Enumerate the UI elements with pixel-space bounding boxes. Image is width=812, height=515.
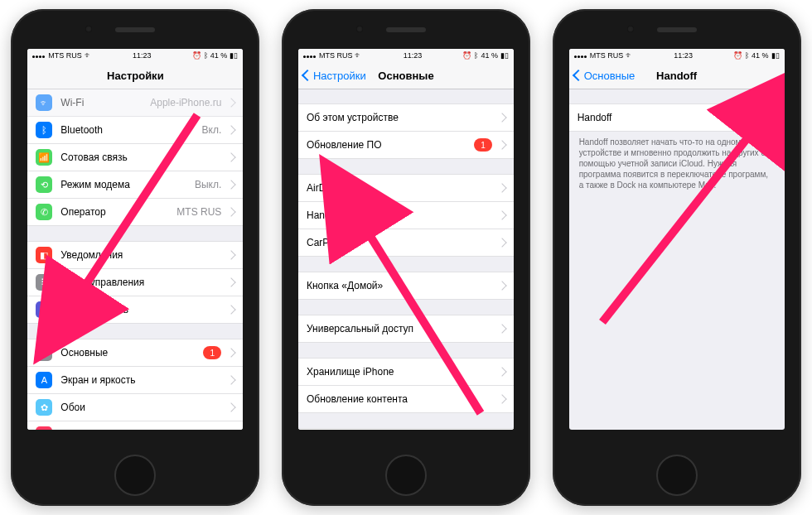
cell-wallpaper[interactable]: ✿Обои	[27, 394, 243, 421]
wifi-icon: ᯤ	[36, 94, 52, 111]
speaker-slot	[386, 27, 426, 32]
battery-label: 41 %	[752, 51, 769, 60]
cell-handoff[interactable]: Handoff	[298, 202, 514, 229]
carrier-label: MTS RUS	[48, 51, 82, 60]
status-bar: MTS RUSᯤ 11:23 ⏰ᛒ41 %▮▯	[298, 49, 514, 62]
cell-about[interactable]: Об этом устройстве	[298, 103, 514, 132]
cell-general[interactable]: ⚙Основные1	[27, 339, 243, 367]
wifi-icon: ᯤ	[355, 51, 362, 60]
brightness-icon: A	[36, 372, 52, 388]
battery-label: 41 %	[210, 51, 228, 60]
group-general: ⚙Основные1 AЭкран и яркость ✿Обои ♪Звуки…	[27, 339, 243, 430]
page-title: Handoff	[656, 70, 697, 82]
wifi-icon: ᯤ	[626, 51, 633, 60]
cell-airdrop[interactable]: AirDrop	[298, 174, 514, 202]
battery-label: 41 %	[481, 51, 498, 60]
speaker-slot	[657, 27, 697, 32]
handoff-switch[interactable]	[745, 108, 776, 127]
bluetooth-icon: ᛒ	[36, 122, 52, 138]
home-button[interactable]	[114, 455, 156, 496]
cell-hotspot[interactable]: ⟲Режим модемаВыкл.	[27, 171, 243, 199]
group-storage: Хранилище iPhone Обновление контента	[298, 358, 514, 413]
camera-dot	[356, 26, 363, 32]
cell-cellular[interactable]: 📶Сотовая связь	[27, 144, 243, 171]
gear-icon: ⚙	[36, 344, 52, 361]
update-badge: 1	[203, 346, 221, 359]
alarm-icon: ⏰	[733, 51, 742, 60]
phone-frame-2: MTS RUSᯤ 11:23 ⏰ᛒ41 %▮▯ Настройки Основн…	[282, 9, 530, 506]
chevron-left-icon	[303, 70, 312, 82]
cell-background-refresh[interactable]: Обновление контента	[298, 386, 514, 413]
signal-icon	[32, 51, 46, 60]
clock: 11:23	[404, 51, 423, 60]
cell-handoff-toggle[interactable]: Handoff	[569, 103, 785, 132]
back-button[interactable]: Настройки	[303, 70, 366, 82]
camera-dot	[627, 26, 634, 32]
back-button[interactable]: Основные	[574, 70, 636, 82]
cell-sounds[interactable]: ♪Звуки, тактильные сигналы	[27, 421, 243, 430]
page-title: Настройки	[107, 70, 164, 82]
general-list[interactable]: Об этом устройстве Обновление ПО1 AirDro…	[298, 89, 514, 430]
carrier-label: MTS RUS	[319, 51, 353, 60]
bluetooth-icon: ᛒ	[204, 51, 208, 60]
clock: 11:23	[674, 51, 693, 60]
update-badge: 1	[474, 138, 492, 152]
handoff-description: Handoff позволяет начать что-то на одном…	[569, 132, 785, 190]
clock: 11:23	[133, 51, 152, 60]
home-button[interactable]	[385, 455, 427, 496]
chevron-left-icon	[574, 70, 582, 82]
speaker-slot	[115, 27, 155, 32]
cell-display[interactable]: AЭкран и яркость	[27, 367, 243, 394]
cell-carrier[interactable]: ✆ОператорMTS RUS	[27, 199, 243, 226]
status-bar: MTS RUSᯤ 11:23 ⏰ᛒ41 %▮▯	[569, 49, 785, 62]
phone-frame-3: MTS RUSᯤ 11:23 ⏰ᛒ41 %▮▯ Основные Handoff…	[553, 9, 801, 506]
bluetooth-icon: ᛒ	[474, 51, 478, 60]
signal-icon	[303, 51, 317, 60]
page-title: Основные	[378, 70, 433, 82]
cell-home-button[interactable]: Кнопка «Домой»	[298, 272, 514, 300]
carrier-label: MTS RUS	[590, 51, 624, 60]
cell-notifications[interactable]: ◧Уведомления	[27, 241, 243, 269]
cell-storage[interactable]: Хранилище iPhone	[298, 358, 514, 386]
screen-handoff: MTS RUSᯤ 11:23 ⏰ᛒ41 %▮▯ Основные Handoff…	[569, 49, 785, 430]
cell-restrictions[interactable]: ОграниченияВыкл.	[298, 428, 514, 430]
speaker-icon: ♪	[36, 426, 52, 430]
handoff-pane: Handoff Handoff позволяет начать что-то …	[569, 89, 785, 430]
link-icon: ⟲	[36, 176, 52, 193]
phone-icon: ✆	[36, 204, 52, 220]
screen-settings: MTS RUS ᯤ 11:23 ⏰ ᛒ 41 % ▮▯ Настройки ᯤW…	[27, 49, 243, 430]
navbar: Настройки Основные	[298, 62, 514, 89]
group-connectivity: ᯤWi-FiApple-iPhone.ru ᛒBluetoothВкл. 📶Со…	[27, 89, 243, 226]
navbar: Основные Handoff	[569, 62, 785, 89]
notification-icon: ◧	[36, 247, 52, 263]
camera-dot	[85, 26, 92, 32]
battery-icon: ▮▯	[230, 51, 238, 60]
cell-software-update[interactable]: Обновление ПО1	[298, 132, 514, 159]
switches-icon: ⠿	[36, 274, 52, 291]
alarm-icon: ⏰	[462, 51, 471, 60]
screen-general: MTS RUSᯤ 11:23 ⏰ᛒ41 %▮▯ Настройки Основн…	[298, 49, 514, 430]
phone-frame-1: MTS RUS ᯤ 11:23 ⏰ ᛒ 41 % ▮▯ Настройки ᯤW…	[11, 9, 259, 506]
cell-control-center[interactable]: ⠿Пункт управления	[27, 269, 243, 296]
group-notifications: ◧Уведомления ⠿Пункт управления ☾Не беспо…	[27, 241, 243, 324]
bluetooth-icon: ᛒ	[745, 51, 749, 60]
home-button[interactable]	[656, 455, 698, 496]
cell-bluetooth[interactable]: ᛒBluetoothВкл.	[27, 117, 243, 144]
battery-icon: ▮▯	[771, 51, 780, 60]
antenna-icon: 📶	[36, 149, 52, 166]
settings-list[interactable]: ᯤWi-FiApple-iPhone.ru ᛒBluetoothВкл. 📶Со…	[27, 89, 243, 430]
group-continuity: AirDrop Handoff CarPlay	[298, 174, 514, 257]
cell-accessibility[interactable]: Универсальный доступ	[298, 315, 514, 343]
alarm-icon: ⏰	[192, 51, 201, 60]
navbar: Настройки	[27, 62, 243, 89]
cell-wifi[interactable]: ᯤWi-FiApple-iPhone.ru	[27, 89, 243, 117]
cell-carplay[interactable]: CarPlay	[298, 229, 514, 257]
group-handoff: Handoff	[569, 103, 785, 132]
status-bar: MTS RUS ᯤ 11:23 ⏰ ᛒ 41 % ▮▯	[27, 49, 243, 62]
wifi-icon: ᯤ	[85, 51, 92, 60]
group-about: Об этом устройстве Обновление ПО1	[298, 103, 514, 159]
cell-dnd[interactable]: ☾Не беспокоить	[27, 296, 243, 324]
signal-icon	[574, 51, 587, 60]
group-home: Кнопка «Домой»	[298, 272, 514, 300]
battery-icon: ▮▯	[500, 51, 509, 60]
